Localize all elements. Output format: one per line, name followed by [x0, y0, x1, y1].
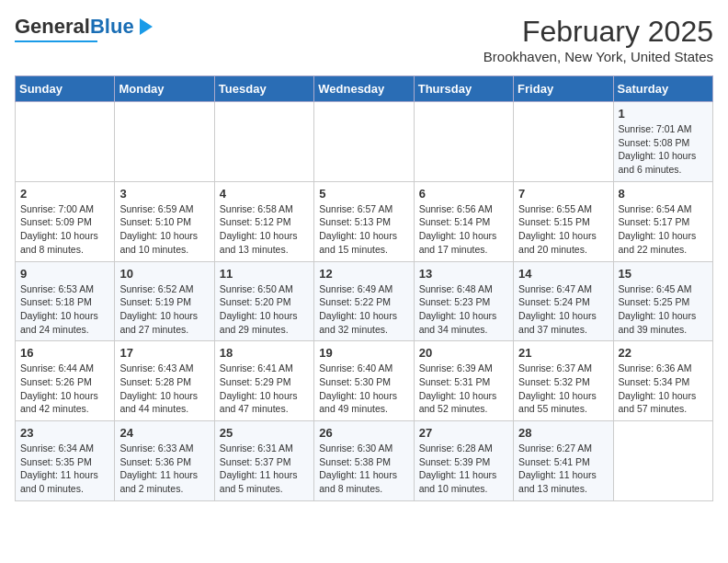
- day-number: 4: [220, 187, 309, 201]
- calendar-cell: [613, 421, 712, 501]
- day-number: 25: [220, 426, 309, 440]
- cell-info: Sunrise: 6:28 AMSunset: 5:39 PMDaylight:…: [419, 442, 508, 496]
- day-number: 11: [220, 267, 309, 281]
- month-title: February 2025: [483, 15, 713, 49]
- cell-info: Sunrise: 7:00 AMSunset: 5:09 PMDaylight:…: [20, 202, 109, 257]
- day-number: 9: [20, 267, 109, 281]
- calendar-cell: 20Sunrise: 6:39 AMSunset: 5:31 PMDayligh…: [414, 341, 513, 421]
- day-number: 26: [319, 426, 408, 440]
- location-label: Brookhaven, New York, United States: [483, 49, 713, 64]
- logo-arrow-icon: [136, 17, 156, 37]
- calendar-cell: 7Sunrise: 6:55 AMSunset: 5:15 PMDaylight…: [514, 181, 613, 261]
- day-number: 12: [319, 267, 408, 281]
- day-number: 20: [419, 346, 508, 360]
- cell-info: Sunrise: 6:56 AMSunset: 5:14 PMDaylight:…: [419, 202, 508, 257]
- day-number: 14: [518, 267, 608, 281]
- calendar-week-1: 2Sunrise: 7:00 AMSunset: 5:09 PMDaylight…: [16, 181, 713, 261]
- svg-marker-0: [140, 18, 153, 35]
- day-number: 6: [419, 187, 508, 201]
- cell-info: Sunrise: 6:34 AMSunset: 5:35 PMDaylight:…: [20, 442, 109, 496]
- logo-general: General: [15, 15, 90, 39]
- page-header: GeneralBlue February 2025 Brookhaven, Ne…: [15, 15, 713, 64]
- cell-info: Sunrise: 6:30 AMSunset: 5:38 PMDaylight:…: [319, 442, 408, 496]
- calendar-cell: 25Sunrise: 6:31 AMSunset: 5:37 PMDayligh…: [214, 421, 313, 501]
- calendar-week-4: 23Sunrise: 6:34 AMSunset: 5:35 PMDayligh…: [16, 421, 713, 501]
- cell-info: Sunrise: 6:41 AMSunset: 5:29 PMDaylight:…: [220, 362, 309, 416]
- cell-info: Sunrise: 6:40 AMSunset: 5:30 PMDaylight:…: [319, 362, 408, 416]
- cell-info: Sunrise: 6:55 AMSunset: 5:15 PMDaylight:…: [518, 202, 608, 257]
- cell-info: Sunrise: 6:52 AMSunset: 5:19 PMDaylight:…: [119, 282, 209, 337]
- cell-info: Sunrise: 6:39 AMSunset: 5:31 PMDaylight:…: [419, 362, 508, 416]
- calendar-cell: 14Sunrise: 6:47 AMSunset: 5:24 PMDayligh…: [514, 261, 613, 341]
- calendar-cell: 28Sunrise: 6:27 AMSunset: 5:41 PMDayligh…: [514, 421, 613, 501]
- day-number: 23: [20, 426, 109, 440]
- cell-info: Sunrise: 6:43 AMSunset: 5:28 PMDaylight:…: [119, 362, 209, 416]
- calendar-cell: 22Sunrise: 6:36 AMSunset: 5:34 PMDayligh…: [613, 341, 712, 421]
- calendar-cell: 13Sunrise: 6:48 AMSunset: 5:23 PMDayligh…: [414, 261, 513, 341]
- calendar-cell: 21Sunrise: 6:37 AMSunset: 5:32 PMDayligh…: [514, 341, 613, 421]
- cell-info: Sunrise: 7:01 AMSunset: 5:08 PMDaylight:…: [619, 122, 708, 177]
- calendar-cell: [214, 102, 313, 182]
- cell-info: Sunrise: 6:31 AMSunset: 5:37 PMDaylight:…: [220, 442, 309, 496]
- calendar-cell: 24Sunrise: 6:33 AMSunset: 5:36 PMDayligh…: [115, 421, 214, 501]
- calendar-cell: 17Sunrise: 6:43 AMSunset: 5:28 PMDayligh…: [115, 341, 214, 421]
- cell-info: Sunrise: 6:59 AMSunset: 5:10 PMDaylight:…: [119, 202, 209, 257]
- calendar-week-2: 9Sunrise: 6:53 AMSunset: 5:18 PMDaylight…: [16, 261, 713, 341]
- cell-info: Sunrise: 6:45 AMSunset: 5:25 PMDaylight:…: [619, 282, 708, 337]
- title-block: February 2025 Brookhaven, New York, Unit…: [483, 15, 713, 64]
- calendar-cell: 10Sunrise: 6:52 AMSunset: 5:19 PMDayligh…: [115, 261, 214, 341]
- calendar-cell: 6Sunrise: 6:56 AMSunset: 5:14 PMDaylight…: [414, 181, 513, 261]
- header-row: Sunday Monday Tuesday Wednesday Thursday…: [16, 76, 713, 102]
- calendar-cell: 26Sunrise: 6:30 AMSunset: 5:38 PMDayligh…: [314, 421, 414, 501]
- calendar-cell: [314, 102, 414, 182]
- col-thursday: Thursday: [414, 76, 513, 102]
- day-number: 15: [619, 267, 708, 281]
- col-monday: Monday: [115, 76, 214, 102]
- calendar-cell: [414, 102, 513, 182]
- calendar-cell: 15Sunrise: 6:45 AMSunset: 5:25 PMDayligh…: [613, 261, 712, 341]
- logo: GeneralBlue: [15, 15, 156, 42]
- calendar-week-3: 16Sunrise: 6:44 AMSunset: 5:26 PMDayligh…: [16, 341, 713, 421]
- cell-info: Sunrise: 6:48 AMSunset: 5:23 PMDaylight:…: [419, 282, 508, 337]
- day-number: 2: [20, 187, 109, 201]
- day-number: 22: [619, 346, 708, 360]
- day-number: 17: [119, 346, 209, 360]
- logo-blue: Blue: [90, 15, 134, 39]
- calendar-cell: [115, 102, 214, 182]
- calendar-cell: 2Sunrise: 7:00 AMSunset: 5:09 PMDaylight…: [16, 181, 115, 261]
- cell-info: Sunrise: 6:44 AMSunset: 5:26 PMDaylight:…: [20, 362, 109, 416]
- day-number: 1: [619, 107, 708, 121]
- cell-info: Sunrise: 6:37 AMSunset: 5:32 PMDaylight:…: [518, 362, 608, 416]
- cell-info: Sunrise: 6:33 AMSunset: 5:36 PMDaylight:…: [119, 442, 209, 496]
- calendar-cell: [16, 102, 115, 182]
- day-number: 16: [20, 346, 109, 360]
- cell-info: Sunrise: 6:57 AMSunset: 5:13 PMDaylight:…: [319, 202, 408, 257]
- calendar-cell: [514, 102, 613, 182]
- day-number: 21: [518, 346, 608, 360]
- calendar-cell: 18Sunrise: 6:41 AMSunset: 5:29 PMDayligh…: [214, 341, 313, 421]
- day-number: 7: [518, 187, 608, 201]
- day-number: 3: [119, 187, 209, 201]
- col-friday: Friday: [514, 76, 613, 102]
- calendar-cell: 8Sunrise: 6:54 AMSunset: 5:17 PMDaylight…: [613, 181, 712, 261]
- day-number: 5: [319, 187, 408, 201]
- calendar-cell: 19Sunrise: 6:40 AMSunset: 5:30 PMDayligh…: [314, 341, 414, 421]
- cell-info: Sunrise: 6:47 AMSunset: 5:24 PMDaylight:…: [518, 282, 608, 337]
- calendar-table: Sunday Monday Tuesday Wednesday Thursday…: [15, 75, 713, 501]
- day-number: 28: [518, 426, 608, 440]
- day-number: 8: [619, 187, 708, 201]
- cell-info: Sunrise: 6:58 AMSunset: 5:12 PMDaylight:…: [220, 202, 309, 257]
- calendar-cell: 16Sunrise: 6:44 AMSunset: 5:26 PMDayligh…: [16, 341, 115, 421]
- calendar-cell: 11Sunrise: 6:50 AMSunset: 5:20 PMDayligh…: [214, 261, 313, 341]
- day-number: 10: [119, 267, 209, 281]
- cell-info: Sunrise: 6:49 AMSunset: 5:22 PMDaylight:…: [319, 282, 408, 337]
- calendar-cell: 12Sunrise: 6:49 AMSunset: 5:22 PMDayligh…: [314, 261, 414, 341]
- cell-info: Sunrise: 6:53 AMSunset: 5:18 PMDaylight:…: [20, 282, 109, 337]
- col-tuesday: Tuesday: [214, 76, 313, 102]
- calendar-cell: 3Sunrise: 6:59 AMSunset: 5:10 PMDaylight…: [115, 181, 214, 261]
- calendar-cell: 1Sunrise: 7:01 AMSunset: 5:08 PMDaylight…: [613, 102, 712, 182]
- calendar-cell: 4Sunrise: 6:58 AMSunset: 5:12 PMDaylight…: [214, 181, 313, 261]
- calendar-week-0: 1Sunrise: 7:01 AMSunset: 5:08 PMDaylight…: [16, 102, 713, 182]
- cell-info: Sunrise: 6:27 AMSunset: 5:41 PMDaylight:…: [518, 442, 608, 496]
- cell-info: Sunrise: 6:50 AMSunset: 5:20 PMDaylight:…: [220, 282, 309, 337]
